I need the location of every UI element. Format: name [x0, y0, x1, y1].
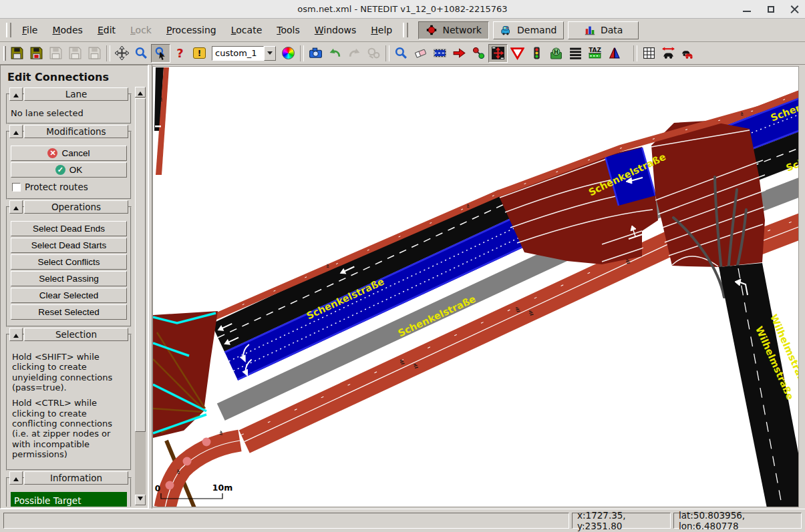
save-network-button[interactable]: [7, 44, 27, 63]
group-lane-title[interactable]: Lane: [24, 87, 128, 101]
vehicles-button[interactable]: [678, 44, 697, 63]
collapse-operations-button[interactable]: [9, 200, 23, 214]
group-modifications-title[interactable]: Modifications: [24, 125, 128, 138]
menu-tools[interactable]: Tools: [269, 22, 307, 38]
additional-mode-button[interactable]: H: [546, 44, 566, 63]
tab-network[interactable]: Network: [418, 21, 489, 39]
edge-topleft-stub[interactable]: [154, 67, 169, 175]
elevation-button[interactable]: [659, 44, 678, 63]
menu-file[interactable]: File: [15, 22, 45, 38]
group-modifications: Modifications ✕ Cancel ✓ OK Protect rout…: [6, 131, 132, 200]
chevron-up-icon: [13, 475, 19, 481]
redo-button-disabled: [345, 44, 364, 63]
toolbar-grip[interactable]: [3, 46, 6, 61]
taz-mode-button[interactable]: TAZ: [585, 44, 605, 63]
save-additionals-button[interactable]: [27, 44, 46, 63]
select-dead-starts-button[interactable]: Select Dead Starts: [11, 238, 127, 253]
group-information: Information Possible Target Source lane: [6, 477, 132, 507]
menu-edit[interactable]: Edit: [90, 22, 123, 38]
select-dead-ends-button[interactable]: Select Dead Ends: [11, 221, 127, 236]
select-passing-button[interactable]: Select Passing: [11, 271, 127, 286]
supermode-grip[interactable]: [403, 23, 408, 37]
menu-windows[interactable]: Windows: [307, 22, 364, 38]
protect-routes-checkbox[interactable]: [12, 183, 21, 192]
geometry-point[interactable]: [166, 481, 174, 490]
move-view-button[interactable]: [112, 44, 132, 63]
messages-button[interactable]: !: [190, 44, 209, 63]
minimize-button[interactable]: [742, 5, 752, 14]
menu-lock: Lock: [123, 22, 159, 38]
status-xy-coordinates: x:1727.35, y:2351.80: [572, 513, 671, 529]
shape-mode-button[interactable]: [605, 44, 624, 63]
inspect-mode-button[interactable]: [391, 44, 411, 63]
menu-processing[interactable]: Processing: [159, 22, 224, 38]
shift-hint-text: Hold <SHIFT> while clicking to create un…: [12, 352, 126, 392]
scroll-up-button[interactable]: [135, 87, 146, 97]
color-scheme-combo[interactable]: [212, 46, 276, 61]
tab-data[interactable]: Data: [568, 21, 639, 39]
save-data-button-disabled: [65, 44, 85, 63]
save-demand-button-disabled: [46, 44, 65, 63]
color-wheel-button[interactable]: [279, 44, 298, 63]
status-geo-coordinates: lat:50.803956, lon:6.480778: [673, 513, 802, 529]
screenshot-button[interactable]: [306, 44, 325, 63]
reset-selected-button[interactable]: Reset Selected: [11, 304, 127, 320]
group-selection-title[interactable]: Selection: [24, 328, 128, 341]
maximize-button[interactable]: [766, 5, 776, 14]
group-information-title[interactable]: Information: [24, 471, 128, 485]
network-canvas[interactable]: Schenkelstraße Schenkelstraße Schenkelst…: [152, 66, 799, 507]
tab-demand[interactable]: Demand: [493, 21, 564, 39]
scale-label: 10m: [212, 483, 232, 493]
help-button[interactable]: ?: [170, 44, 190, 63]
color-wheel-icon: [282, 47, 295, 59]
panel-scrollbar[interactable]: [135, 87, 146, 505]
chevron-up-icon: [13, 91, 19, 97]
clear-selected-button[interactable]: Clear Selected: [11, 288, 127, 303]
toolbar-separator: [633, 45, 637, 61]
close-button[interactable]: [790, 5, 800, 14]
toolbar: ? ! H TAZ: [0, 42, 805, 65]
undo-button[interactable]: [325, 44, 345, 63]
geometry-point[interactable]: [202, 438, 211, 447]
collapse-modifications-button[interactable]: [9, 125, 23, 138]
panel-scroll-content: Lane No lane selected Modifications ✕ Ca…: [5, 87, 133, 507]
traffic-light-mode-button[interactable]: [527, 44, 546, 63]
chevron-up-icon: [13, 331, 19, 338]
group-operations-title[interactable]: Operations: [24, 200, 128, 214]
menu-bar: File Modes Edit Lock Processing Locate T…: [0, 19, 805, 42]
warning-bubble-icon: !: [193, 47, 206, 59]
cancel-icon: ✕: [47, 148, 57, 158]
menu-help[interactable]: Help: [363, 22, 399, 38]
move-mode-button[interactable]: [450, 44, 469, 63]
combo-dropdown-button[interactable]: [264, 46, 276, 61]
color-scheme-value[interactable]: [212, 46, 264, 61]
question-icon: ?: [176, 46, 183, 60]
prohibition-mode-button[interactable]: [508, 44, 527, 63]
data-icon: [584, 24, 596, 36]
edge-red-bend[interactable]: [165, 431, 240, 507]
scrollbar-thumb[interactable]: [135, 98, 146, 432]
ok-label: OK: [69, 165, 83, 175]
collapse-information-button[interactable]: [9, 471, 23, 485]
connection-mode-button-active[interactable]: [488, 44, 508, 63]
cancel-button[interactable]: ✕ Cancel: [11, 146, 127, 161]
delete-mode-button[interactable]: [411, 44, 430, 63]
geometry-point[interactable]: [183, 457, 192, 466]
select-mode-button[interactable]: [430, 44, 450, 63]
collapse-selection-button[interactable]: [9, 328, 23, 341]
toggle-grid-button[interactable]: [639, 44, 659, 63]
zoom-cursor-button-active[interactable]: [151, 44, 170, 63]
panel-title: Edit Connections: [3, 68, 146, 87]
create-edge-mode-button[interactable]: [469, 44, 488, 63]
menu-locate[interactable]: Locate: [224, 22, 270, 38]
crossing-mode-button[interactable]: [566, 44, 585, 63]
menu-modes[interactable]: Modes: [45, 22, 90, 38]
select-conflicts-button[interactable]: Select Conflicts: [11, 254, 127, 270]
cancel-label: Cancel: [61, 148, 90, 158]
menubar-grip[interactable]: [6, 23, 11, 37]
scroll-down-button[interactable]: [135, 495, 146, 505]
scale-zero: 0: [155, 484, 160, 493]
zoom-button[interactable]: [132, 44, 151, 63]
ok-button[interactable]: ✓ OK: [11, 162, 127, 178]
collapse-lane-button[interactable]: [9, 87, 23, 101]
